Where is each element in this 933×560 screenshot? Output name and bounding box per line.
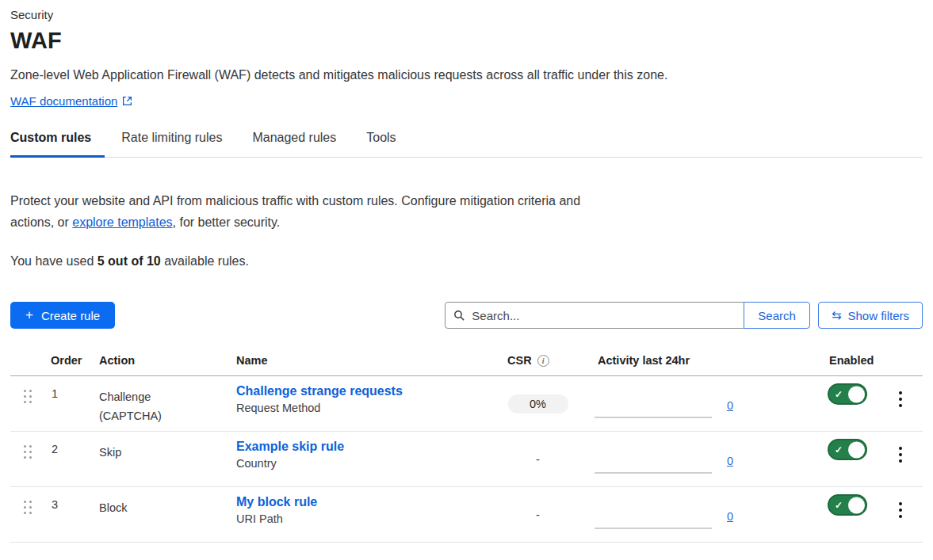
- drag-handle-icon[interactable]: [24, 445, 32, 459]
- enabled-toggle[interactable]: ✓: [828, 439, 867, 460]
- activity-count-link[interactable]: 0: [727, 455, 733, 467]
- column-csr-label: CSR: [507, 354, 532, 367]
- rule-name-link[interactable]: My block rule: [236, 495, 491, 509]
- check-icon: ✓: [835, 389, 843, 400]
- table-body: 1 Challenge (CAPTCHA) Challenge strange …: [10, 376, 923, 543]
- waf-documentation-link[interactable]: WAF documentation: [10, 94, 117, 108]
- intro-text-after: , for better security.: [173, 215, 281, 229]
- table-row: 1 Challenge (CAPTCHA) Challenge strange …: [10, 376, 923, 432]
- drag-handle-icon[interactable]: [24, 501, 32, 514]
- drag-handle-icon[interactable]: [24, 390, 32, 403]
- csr-value: -: [536, 509, 540, 521]
- rule-action-line1: Skip: [99, 443, 226, 462]
- csr-value: 0%: [508, 394, 568, 413]
- drag-cell: [10, 487, 40, 542]
- rule-name-cell: Challenge strange requests Request Metho…: [226, 376, 491, 431]
- external-link-icon: [122, 96, 132, 106]
- usage-prefix: You have used: [10, 254, 98, 268]
- activity-cell: 0: [584, 432, 816, 486]
- rule-match-field: Request Method: [236, 402, 491, 414]
- plus-icon: +: [25, 307, 33, 323]
- kebab-menu-icon[interactable]: [894, 388, 907, 410]
- filters-swap-icon: ⇆: [832, 308, 842, 322]
- info-icon[interactable]: i: [537, 355, 549, 367]
- rule-action-line1: Block: [99, 498, 226, 517]
- check-icon: ✓: [835, 500, 843, 511]
- csr-cell: -: [491, 487, 584, 542]
- rule-name-link[interactable]: Challenge strange requests: [236, 384, 491, 398]
- rule-action: Challenge (CAPTCHA): [89, 376, 226, 431]
- toggle-knob: [848, 497, 865, 513]
- activity-count-link[interactable]: 0: [727, 399, 733, 412]
- page-description: Zone-level Web Application Firewall (WAF…: [10, 68, 923, 82]
- usage-summary: You have used 5 out of 10 available rule…: [10, 254, 923, 269]
- table-row: 2 Skip Example skip rule Country - 0 ✓: [10, 432, 923, 487]
- enabled-toggle[interactable]: ✓: [828, 494, 867, 516]
- check-icon: ✓: [835, 444, 843, 455]
- csr-cell: 0%: [491, 376, 584, 431]
- intro-text: Protect your website and API from malici…: [10, 190, 601, 233]
- create-rule-button[interactable]: + Create rule: [10, 302, 115, 329]
- activity-sparkline: [595, 528, 712, 529]
- column-csr: CSR i: [491, 349, 584, 375]
- toggle-knob: [848, 441, 865, 458]
- search-icon: [453, 310, 465, 322]
- table-row: 3 Block My block rule URI Path - 0 ✓: [10, 487, 923, 543]
- column-action: Action: [89, 349, 226, 375]
- tab-tools[interactable]: Tools: [366, 131, 409, 158]
- column-activity: Activity last 24hr: [584, 349, 816, 375]
- kebab-menu-icon[interactable]: [894, 444, 907, 466]
- tab-bar: Custom rules Rate limiting rules Managed…: [10, 131, 923, 158]
- column-order: Order: [40, 349, 89, 375]
- explore-templates-link[interactable]: explore templates: [72, 215, 172, 229]
- column-drag: [10, 349, 40, 375]
- activity-cell: 0: [584, 487, 816, 542]
- breadcrumb: Security: [10, 8, 923, 21]
- enabled-toggle[interactable]: ✓: [828, 383, 867, 405]
- table-header: Order Action Name CSR i Activity last 24…: [10, 349, 923, 376]
- tab-managed-rules[interactable]: Managed rules: [252, 131, 350, 158]
- rule-order: 2: [40, 432, 89, 486]
- enabled-cell: ✓: [816, 376, 880, 431]
- enabled-cell: ✓: [816, 432, 880, 486]
- activity-sparkline: [595, 417, 712, 418]
- show-filters-button[interactable]: ⇆ Show filters: [818, 302, 923, 329]
- rule-match-field: URI Path: [236, 512, 491, 525]
- tab-rate-limiting-rules[interactable]: Rate limiting rules: [121, 131, 235, 158]
- create-rule-label: Create rule: [41, 309, 100, 322]
- rule-action-line2: (CAPTCHA): [99, 406, 226, 425]
- rule-action-line1: Challenge: [99, 387, 226, 406]
- usage-count: 5 out of 10: [98, 254, 161, 268]
- rule-order: 3: [40, 487, 89, 542]
- search-button[interactable]: Search: [744, 302, 810, 329]
- rules-table: Order Action Name CSR i Activity last 24…: [10, 349, 923, 543]
- activity-count-link[interactable]: 0: [727, 510, 733, 523]
- usage-suffix: available rules.: [161, 254, 249, 268]
- menu-cell: [880, 376, 923, 431]
- rule-match-field: Country: [236, 457, 491, 470]
- enabled-cell: ✓: [816, 487, 880, 542]
- rule-order: 1: [40, 376, 89, 431]
- show-filters-label: Show filters: [847, 309, 909, 322]
- rule-action: Block: [89, 487, 226, 542]
- menu-cell: [880, 432, 923, 486]
- page-title: WAF: [10, 28, 923, 54]
- rule-name-link[interactable]: Example skip rule: [236, 440, 491, 454]
- toggle-knob: [848, 386, 865, 402]
- search-box: [445, 302, 744, 329]
- kebab-menu-icon[interactable]: [894, 499, 907, 521]
- menu-cell: [880, 487, 923, 542]
- activity-cell: 0: [584, 376, 816, 431]
- search-input[interactable]: [472, 309, 736, 322]
- rule-action: Skip: [89, 432, 226, 486]
- activity-sparkline: [595, 472, 712, 474]
- rule-name-cell: My block rule URI Path: [226, 487, 491, 542]
- column-menu: [880, 349, 923, 375]
- csr-cell: -: [491, 432, 584, 486]
- waf-page: Security WAF Zone-level Web Application …: [0, 0, 933, 543]
- toolbar: + Create rule Search ⇆ Show filters: [10, 302, 923, 329]
- rule-name-cell: Example skip rule Country: [226, 432, 491, 486]
- drag-cell: [10, 432, 40, 486]
- csr-value: -: [536, 453, 540, 466]
- tab-custom-rules[interactable]: Custom rules: [10, 131, 105, 158]
